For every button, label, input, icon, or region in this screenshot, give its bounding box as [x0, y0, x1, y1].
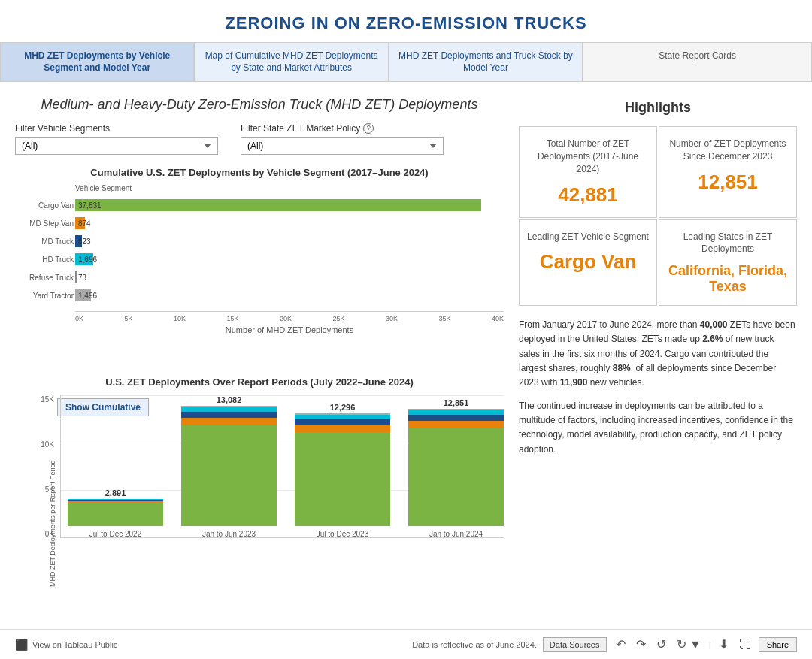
footer-left: ⬛ View on Tableau Public — [15, 639, 117, 651]
tab-vehicle-segment[interactable]: MHD ZET Deployments by Vehicle Segment a… — [0, 42, 194, 81]
bar-label-md-truck: MD Truck — [15, 237, 74, 246]
tab-truck-stock[interactable]: MHD ZET Deployments and Truck Stock by M… — [389, 42, 583, 81]
highlights-title: Highlights — [519, 100, 797, 116]
x-axis-tick-5: 5K — [124, 315, 132, 322]
bar-hd-truck: 1,696 — [75, 253, 93, 265]
bar-period-label-3: Jul to Dec 2023 — [317, 530, 369, 538]
bar-refuse-truck: 73 — [75, 271, 77, 283]
card-value-1: 42,881 — [527, 183, 649, 207]
tableau-label[interactable]: View on Tableau Public — [32, 640, 117, 649]
bar-value-refuse-truck: 73 — [78, 274, 86, 282]
table-row: HD Truck 1,696 — [75, 251, 504, 268]
x-axis-tick-20: 20K — [280, 315, 292, 322]
cumulative-bar-chart: Cumulative U.S. ZET Deployments by Vehic… — [15, 167, 504, 364]
card-value-4: California, Florida, Texas — [667, 263, 789, 295]
card-value-2: 12,851 — [667, 171, 789, 194]
bar-period-label-4: Jan to Jun 2024 — [429, 530, 483, 538]
description-text: From January 2017 to June 2024, more tha… — [519, 318, 797, 457]
bar-value-cargo-van: 37,831 — [78, 201, 102, 210]
cumulative-chart-title: Cumulative U.S. ZET Deployments by Vehic… — [15, 167, 504, 178]
bar-period-label-2: Jan to Jun 2023 — [202, 530, 256, 538]
undo-button[interactable]: ↶ — [613, 636, 629, 653]
vehicle-segment-filter-label: Filter Vehicle Segments — [15, 123, 218, 134]
card-title-3: Leading ZET Vehicle Segment — [527, 231, 649, 243]
x-axis-tick-10: 10K — [174, 315, 186, 322]
x-axis-tick-0: 0K — [75, 315, 83, 322]
page-subtitle: Medium- and Heavy-Duty Zero-Emission Tru… — [15, 97, 504, 113]
card-value-3: Cargo Van — [527, 250, 649, 274]
right-panel: Highlights Total Number of ZET Deploymen… — [519, 97, 797, 580]
bar-period-label-1: Jul to Dec 2022 — [89, 530, 142, 538]
tableau-icon: ⬛ — [15, 639, 28, 651]
footer-controls: ↶ ↷ ↺ ↻ ▼ | ⬇ ⛶ Share — [613, 636, 798, 653]
footer-right: Data is reflective as of June 2024. Data… — [412, 636, 797, 653]
data-sources-button[interactable]: Data Sources — [543, 637, 607, 652]
x-axis-tick-40: 40K — [492, 315, 504, 322]
bar-cargo-van: 37,831 — [75, 199, 481, 211]
highlight-card-total-deployments: Total Number of ZET Deployments (2017-Ju… — [519, 126, 657, 217]
tab-map[interactable]: Map of Cumulative MHD ZET Deployments by… — [194, 42, 388, 81]
card-title-1: Total Number of ZET Deployments (2017-Ju… — [527, 138, 649, 175]
bar-group-jan-jun-2023: 13,082 Jan to Jun 2023 — [181, 395, 277, 538]
bar-md-truck: 623 — [75, 235, 82, 247]
bar-chart-y-label: Vehicle Segment — [75, 184, 504, 192]
highlight-card-since-dec-2023: Number of ZET Deployments Since December… — [659, 126, 797, 217]
fullscreen-button[interactable]: ⛶ — [736, 636, 754, 653]
table-row: Cargo Van 37,831 — [75, 197, 504, 213]
bar-label-yard-tractor: Yard Tractor — [15, 292, 74, 300]
table-row: Yard Tractor 1,496 — [75, 287, 504, 304]
table-row: MD Step Van 874 — [75, 215, 504, 231]
bar-label-hd-truck: HD Truck — [15, 255, 74, 264]
reset-button[interactable]: ↺ — [653, 636, 669, 653]
bar-group-jul-dec-2023: 12,296 Jul to Dec 2023 — [295, 403, 390, 538]
x-axis-tick-35: 35K — [438, 315, 450, 322]
highlights-section: Highlights Total Number of ZET Deploymen… — [519, 100, 797, 457]
card-title-2: Number of ZET Deployments Since December… — [667, 138, 789, 163]
share-button[interactable]: Share — [759, 637, 797, 652]
bar-value-yard-tractor: 1,496 — [78, 292, 97, 300]
redo-button[interactable]: ↷ — [633, 636, 649, 653]
time-series-chart: U.S. ZET Deployments Over Report Periods… — [15, 376, 504, 568]
x-axis-title: Number of MHD ZET Deployments — [75, 325, 504, 334]
vehicle-segment-select[interactable]: (All) — [15, 137, 218, 155]
bar-label-refuse-truck: Refuse Truck — [15, 274, 74, 282]
state-zet-filter: Filter State ZET Market Policy ? (All) — [241, 123, 444, 155]
bar-label-md-step-van: MD Step Van — [15, 219, 74, 228]
description-p1: From January 2017 to June 2024, more tha… — [519, 318, 797, 390]
vehicle-segment-filter: Filter Vehicle Segments (All) — [15, 123, 218, 155]
state-zet-filter-label: Filter State ZET Market Policy ? — [241, 123, 444, 134]
bar-top-value-1: 2,891 — [105, 488, 126, 497]
left-panel: Medium- and Heavy-Duty Zero-Emission Tru… — [15, 97, 504, 580]
bar-value-md-step-van: 874 — [78, 219, 91, 228]
highlight-grid: Total Number of ZET Deployments (2017-Ju… — [519, 126, 797, 306]
bar-yard-tractor: 1,496 — [75, 289, 91, 301]
info-icon[interactable]: ? — [363, 123, 374, 134]
bar-group-jan-jun-2024: 12,851 Jan to Jun 2024 — [408, 398, 504, 538]
nav-tabs: MHD ZET Deployments by Vehicle Segment a… — [0, 42, 812, 82]
bar-top-value-3: 12,296 — [330, 403, 356, 412]
forward-button[interactable]: ↻ ▼ — [674, 636, 704, 653]
table-row: MD Truck 623 — [75, 233, 504, 249]
card-title-4: Leading States in ZET Deployments — [667, 231, 789, 256]
state-zet-select[interactable]: (All) — [241, 137, 444, 155]
tab-state-report-cards[interactable]: State Report Cards — [583, 42, 812, 81]
description-p2: The continued increase in deployments ca… — [519, 399, 797, 457]
download-button[interactable]: ⬇ — [716, 636, 732, 653]
x-axis-tick-30: 30K — [386, 315, 398, 322]
footer: ⬛ View on Tableau Public Data is reflect… — [0, 629, 812, 659]
bar-label-cargo-van: Cargo Van — [15, 201, 74, 210]
bar-value-hd-truck: 1,696 — [78, 255, 97, 264]
bar-value-md-truck: 623 — [78, 237, 91, 246]
data-note: Data is reflective as of June 2024. — [412, 640, 537, 649]
x-axis-tick-25: 25K — [332, 315, 344, 322]
bar-top-value-2: 13,082 — [217, 395, 242, 404]
highlight-card-leading-vehicle: Leading ZET Vehicle Segment Cargo Van — [519, 219, 657, 307]
bar-top-value-4: 12,851 — [444, 398, 469, 407]
y-axis-title: MHD ZET Deployments per Report Period — [49, 467, 56, 587]
time-chart-title: U.S. ZET Deployments Over Report Periods… — [15, 376, 504, 388]
main-title: ZEROING IN ON ZERO-EMISSION TRUCKS — [0, 0, 812, 42]
highlight-card-leading-states: Leading States in ZET Deployments Califo… — [659, 219, 797, 307]
bar-group-jul-dec-2022: 2,891 Jul to Dec 2022 — [68, 488, 163, 538]
x-axis-tick-15: 15K — [226, 315, 238, 322]
table-row: Refuse Truck 73 — [75, 269, 504, 286]
